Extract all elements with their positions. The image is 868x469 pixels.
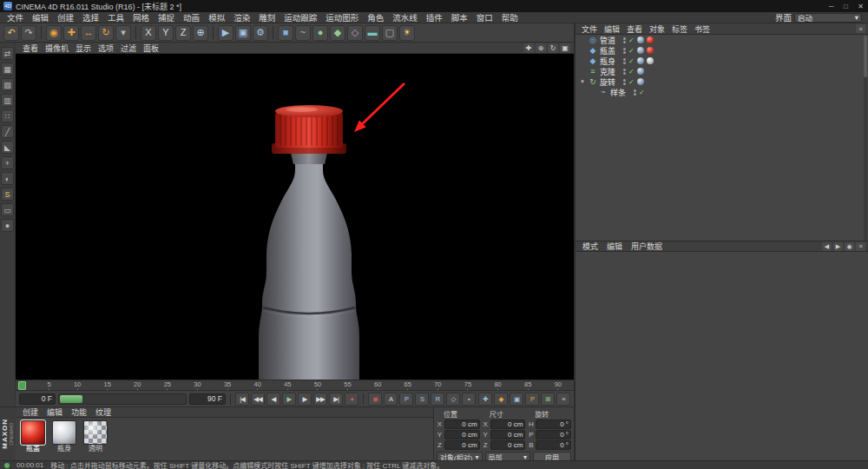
- live-selection-icon[interactable]: ◉: [46, 25, 62, 41]
- goto-end-button[interactable]: ▶|: [329, 393, 343, 406]
- viewport-menu-5[interactable]: 面板: [140, 43, 162, 54]
- menu-item-3[interactable]: 选择: [78, 11, 103, 23]
- lock-y-axis-icon[interactable]: Y: [158, 25, 174, 41]
- lock-z-axis-icon[interactable]: Z: [175, 25, 191, 41]
- attribute-tab-0[interactable]: 模式: [578, 241, 602, 252]
- enabled-check-icon[interactable]: ✓: [628, 47, 635, 55]
- menu-item-18[interactable]: 帮助: [497, 11, 523, 23]
- history-forward-icon[interactable]: ▶: [833, 242, 843, 251]
- viewport-menu-1[interactable]: 摄像机: [42, 43, 72, 54]
- record-button[interactable]: ●: [345, 393, 358, 406]
- menu-item-0[interactable]: 文件: [3, 11, 28, 23]
- end-frame-field[interactable]: 90 F: [189, 393, 226, 405]
- make-editable-icon[interactable]: ⇄: [1, 47, 14, 60]
- undo-icon[interactable]: ↶: [3, 25, 19, 41]
- object-row[interactable]: ≡克隆✓: [575, 66, 868, 76]
- red-tag-icon[interactable]: [647, 47, 654, 54]
- render-settings-icon[interactable]: ⚙: [253, 25, 268, 41]
- menu-item-8[interactable]: 模拟: [204, 11, 229, 23]
- enabled-check-icon[interactable]: ✓: [639, 89, 645, 96]
- menu-item-7[interactable]: 动画: [179, 11, 204, 23]
- menu-item-6[interactable]: 捕捉: [154, 11, 179, 23]
- texture-mode-icon[interactable]: ▨: [1, 78, 14, 91]
- workplane-snap-icon[interactable]: ▭: [1, 203, 14, 216]
- enabled-check-icon[interactable]: ✓: [628, 78, 635, 86]
- coordinate-input[interactable]: 0 °: [536, 440, 571, 450]
- object-manager-menu-3[interactable]: 对象: [646, 23, 668, 35]
- coordinate-input[interactable]: 0 cm: [444, 419, 480, 429]
- viewport-menu-4[interactable]: 过滤: [117, 43, 140, 54]
- phong-tag-icon[interactable]: [637, 78, 644, 85]
- picture-viewer-button[interactable]: P: [525, 393, 539, 406]
- visibility-dots-icon[interactable]: [623, 48, 626, 54]
- object-manager-menu-1[interactable]: 编辑: [601, 23, 623, 35]
- viewport-menu-2[interactable]: 显示: [72, 43, 95, 54]
- current-frame-field[interactable]: 0 F: [19, 393, 56, 405]
- lock-icon[interactable]: ◉: [845, 242, 854, 251]
- viewport-solo-icon[interactable]: ◐: [1, 172, 14, 185]
- object-tree-scrollbar-thumb[interactable]: [864, 36, 867, 77]
- record-position-button[interactable]: P: [399, 393, 413, 406]
- object-manager-menu-0[interactable]: 文件: [578, 23, 601, 35]
- timeline-playhead[interactable]: [18, 381, 26, 390]
- add-generator-icon[interactable]: ◆: [330, 25, 345, 41]
- menu-item-10[interactable]: 雕刻: [254, 11, 279, 23]
- panel-menu-icon[interactable]: ≡: [856, 242, 865, 251]
- goto-start-button[interactable]: |◀: [235, 393, 249, 406]
- lock-axis-icon[interactable]: ●: [1, 219, 14, 232]
- object-row[interactable]: ~样条✓: [575, 87, 868, 97]
- scale-icon[interactable]: ↔: [81, 25, 96, 41]
- solo-off-button[interactable]: ✚: [478, 393, 492, 406]
- menu-item-2[interactable]: 创建: [53, 11, 78, 23]
- history-back-icon[interactable]: ◀: [822, 242, 832, 251]
- material-menu-2[interactable]: 功能: [67, 406, 91, 418]
- timeline-ruler[interactable]: 051015202530354045505560657075808590: [16, 380, 574, 390]
- phong-tag-icon[interactable]: [637, 47, 644, 54]
- add-spline-pen-icon[interactable]: ~: [295, 25, 311, 41]
- render-picture-viewer-icon[interactable]: ▣: [235, 25, 251, 41]
- object-row[interactable]: ◎管道✓: [575, 35, 868, 45]
- previous-key-button[interactable]: ◀◀: [251, 393, 265, 406]
- rotate-view-icon[interactable]: ↻: [548, 43, 558, 53]
- rotate-icon[interactable]: ↻: [98, 25, 114, 41]
- workplane-mode-icon[interactable]: ▥: [1, 94, 14, 107]
- maximize-button[interactable]: □: [838, 0, 853, 12]
- next-frame-button[interactable]: ▶: [298, 393, 312, 406]
- phong-tag-icon[interactable]: [637, 57, 644, 64]
- white-tag-icon[interactable]: [647, 57, 654, 64]
- coordinate-system-icon[interactable]: ⊕: [193, 25, 208, 41]
- material-menu-3[interactable]: 纹理: [91, 406, 115, 418]
- move-icon[interactable]: ✚: [63, 25, 79, 41]
- menu-item-12[interactable]: 运动图形: [321, 11, 363, 23]
- menu-item-4[interactable]: 工具: [103, 11, 128, 23]
- object-manager-menu-4[interactable]: 标签: [668, 23, 691, 35]
- redo-icon[interactable]: ↷: [21, 25, 36, 41]
- bottle-model[interactable]: [259, 105, 359, 380]
- polygons-mode-icon[interactable]: ◣: [1, 141, 14, 154]
- attribute-tab-2[interactable]: 用户数据: [627, 241, 667, 252]
- previous-frame-button[interactable]: ◀: [266, 393, 280, 406]
- object-manager-menu-5[interactable]: 书签: [691, 23, 713, 35]
- snap-enable-icon[interactable]: S: [1, 188, 14, 201]
- menu-item-17[interactable]: 窗口: [472, 11, 497, 23]
- object-row[interactable]: ◆瓶盖✓: [575, 45, 868, 56]
- viewport-canvas[interactable]: [16, 54, 574, 380]
- visibility-dots-icon[interactable]: [623, 79, 626, 85]
- material-menu-1[interactable]: 编辑: [43, 406, 67, 418]
- render-view-icon[interactable]: ▶: [218, 25, 233, 41]
- coordinate-input[interactable]: 0 °: [536, 430, 571, 439]
- object-row[interactable]: ◆瓶身✓: [575, 56, 868, 66]
- add-subdivision-surface-icon[interactable]: ●: [312, 25, 328, 41]
- material-thumbnail[interactable]: [83, 420, 108, 445]
- toggle-views-icon[interactable]: ▣: [560, 43, 570, 53]
- menu-item-1[interactable]: 编辑: [28, 11, 53, 23]
- material-item[interactable]: 瓶身: [50, 420, 78, 452]
- attribute-tab-1[interactable]: 编辑: [602, 241, 627, 252]
- record-keyframe-button[interactable]: ◉: [368, 393, 382, 406]
- viewport-menu-0[interactable]: 查看: [19, 43, 42, 54]
- menu-item-16[interactable]: 脚本: [447, 11, 472, 23]
- attribute-manager-body[interactable]: [575, 253, 868, 460]
- frame-range-slider[interactable]: [58, 393, 187, 405]
- add-deformer-icon[interactable]: ◇: [347, 25, 363, 41]
- object-axis-mode-icon[interactable]: +: [1, 156, 14, 169]
